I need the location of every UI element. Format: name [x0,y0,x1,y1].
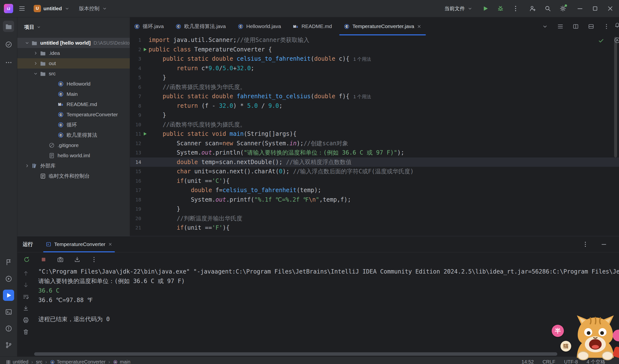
code-line[interactable]: 10 //函数将华氏度转换为摄氏度。 [130,120,619,129]
code-line[interactable]: 20 //判断温度并输出华氏度 [130,214,619,223]
stop-icon[interactable] [40,256,47,263]
ai-assistant-icon[interactable] [614,37,619,44]
next-occurrence-icon[interactable] [22,281,29,288]
app-logo-icon[interactable]: IJ [4,4,13,13]
tree-row[interactable]: CMain [17,89,130,99]
tree-row[interactable]: .gitignore [17,140,130,150]
tree-row[interactable]: C欧几里得算法 [17,130,130,140]
tree-row[interactable]: untitled [hello world]D:\ASUS\Desktop\Ja… [17,38,130,48]
tool-window-project-icon[interactable] [3,21,14,32]
console-scrollbar[interactable] [34,352,557,356]
more-editor-actions-icon[interactable] [603,23,610,30]
debug-button[interactable] [495,3,506,14]
tree-row[interactable]: 外部库 [17,161,130,171]
code-line[interactable]: 11 public static void main(String[]args)… [130,129,619,139]
soft-wrap-icon[interactable] [22,293,29,300]
tool-window-version-control-icon[interactable] [3,339,14,350]
code-line[interactable]: 2public class TemperatureConverter { [130,45,619,54]
tool-window-services-icon[interactable] [3,273,14,284]
tool-window-bookmarks-icon[interactable] [3,256,14,268]
code-line[interactable]: 1import java.util.Scanner;//使用Scanner类获取… [130,35,619,45]
close-icon[interactable] [108,242,113,247]
code-line[interactable]: 18 System.out.printf("%.1f ℃=%.2f ℉\n",t… [130,195,619,205]
code-line[interactable]: 16 if(unit =='C'){ [130,176,619,186]
chevron-down-icon[interactable] [23,40,31,46]
code-line[interactable]: 19 } [130,204,619,214]
code-line[interactable]: 15 char unit=scan.next().charAt(0); //输入… [130,167,619,176]
code-line[interactable]: 5 } [130,73,619,83]
main-menu-icon[interactable] [17,3,27,14]
run-line-icon[interactable] [141,47,149,52]
code-line[interactable]: 9 } [130,111,619,120]
project-panel-header[interactable]: 项目 [17,17,130,37]
window-minimize-button[interactable] [575,3,585,14]
inspections-ok-icon[interactable] [598,37,604,44]
breadcrumb-item[interactable]: untitled [6,359,28,364]
search-everywhere-icon[interactable] [542,3,553,14]
tree-row[interactable]: MREADME.md [17,99,130,110]
editor-list-icon[interactable] [557,23,564,30]
breadcrumb-item[interactable]: src [36,359,42,364]
status-widget[interactable]: CRLF [542,359,555,364]
notifications-bell-icon[interactable] [614,21,619,29]
chevron-down-icon[interactable] [31,71,40,76]
print-icon[interactable] [22,317,29,323]
tree-row[interactable]: CTemperatureConverter [17,110,130,120]
window-close-button[interactable] [605,3,616,14]
code-line[interactable]: 4 return c*9.0/5.0+32.0; [130,64,619,73]
code-line[interactable]: 17 double f=celsius_to_fahrenheit(temp); [130,185,619,195]
tree-row[interactable]: C循环 [17,120,130,130]
code-line[interactable]: 3 public static double celsius_to_fahren… [130,54,619,64]
editor-tab[interactable]: C欧几里得算法.java [169,17,231,35]
rerun-icon[interactable] [23,256,30,263]
code-line[interactable]: 21 if(unit =='F'){ [130,223,619,233]
run-tab[interactable]: TemperatureConverter [42,236,116,252]
tree-row[interactable]: src [17,69,130,79]
breadcrumb-item[interactable]: CTemperatureConverter [50,359,106,364]
run-line-icon[interactable] [141,131,149,137]
code-line[interactable]: 6 //函数将摄氏度转换为华氏度。 [130,83,619,92]
prev-occurrence-icon[interactable] [22,270,29,277]
chevron-right-icon[interactable] [31,61,40,66]
tree-row[interactable]: CHelloworld [17,79,130,89]
thread-dump-icon[interactable] [57,256,64,263]
chevron-right-icon[interactable] [31,50,40,56]
code-line[interactable]: 13 System.out.println("请输入要转换的温度和单位：(例如 … [130,148,619,157]
tree-row[interactable]: 临时文件和控制台 [17,171,130,181]
tree-row[interactable]: hello world.iml [17,150,130,161]
vcs-widget[interactable]: 版本控制 [76,4,110,14]
editor-scrollbar[interactable] [614,37,617,157]
code-with-me-icon[interactable] [527,3,538,14]
editor-tab[interactable]: MREADME.md [287,17,338,35]
editor-tab[interactable]: CTemperatureConverter.java [338,17,427,35]
code-line[interactable]: 8 return (f - 32.0) * 5.0 / 9.0; [130,101,619,111]
code-line[interactable]: 12 Scanner scan=new Scanner(System.in);/… [130,139,619,148]
tree-row[interactable]: .idea [17,48,130,58]
console-output[interactable]: "C:\Program Files\Java\jdk-22\bin\java.e… [38,267,619,324]
more-run-options-icon[interactable] [90,256,98,263]
code-editor[interactable]: 1import java.util.Scanner;//使用Scanner类获取… [130,35,619,236]
tool-window-terminal-icon[interactable] [3,306,14,317]
attach-to-process-icon[interactable] [74,256,81,263]
split-editor-icon[interactable] [572,23,579,30]
settings-gear-icon[interactable] [558,3,568,14]
code-line[interactable]: 14 double temp=scan.nextDouble(); //输入双精… [130,157,619,167]
close-tab-icon[interactable] [417,24,422,29]
tool-window-problems-icon[interactable] [3,323,14,334]
editor-layout-icon[interactable] [588,23,594,30]
breadcrumb-item[interactable]: mmain [113,359,130,364]
hide-panel-icon[interactable] [599,239,609,250]
tool-window-commit-icon[interactable] [3,39,14,50]
run-options-kebab-icon[interactable] [580,239,591,250]
scroll-to-end-icon[interactable] [22,305,29,312]
chevron-right-icon[interactable] [23,163,31,168]
tree-row[interactable]: out [17,58,130,69]
editor-tab[interactable]: C循环.java [130,17,169,35]
run-button[interactable] [480,3,491,14]
tab-list-dropdown-icon[interactable] [542,23,548,30]
project-widget[interactable]: U untitled [31,3,73,14]
status-widget[interactable]: 14:52 [521,359,534,364]
window-maximize-button[interactable] [590,3,601,14]
run-config-selector[interactable]: 当前文件 [441,4,476,14]
code-line[interactable]: 7 public static double fahrenheit_to_cel… [130,92,619,101]
